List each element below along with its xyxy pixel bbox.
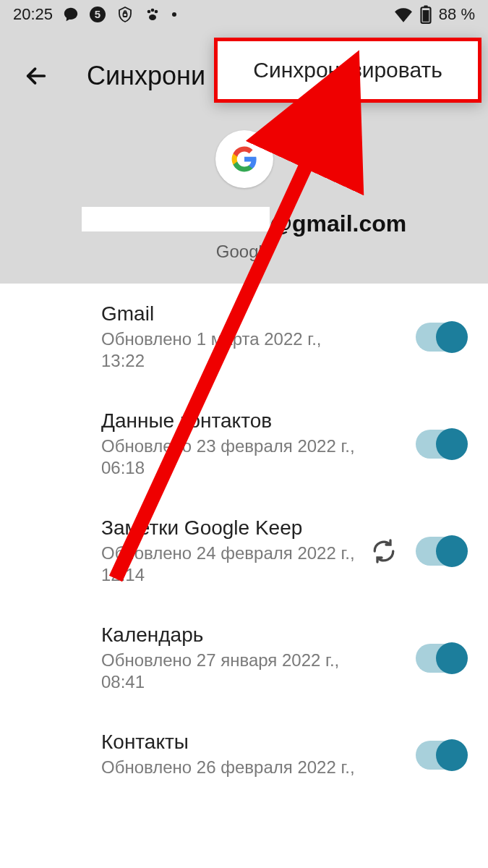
sync-item-title: Данные контактов xyxy=(101,409,361,433)
svg-rect-10 xyxy=(424,6,427,8)
svg-point-5 xyxy=(155,10,158,14)
five-icon: 5 xyxy=(89,6,106,23)
account-avatar[interactable] xyxy=(215,130,273,188)
sync-item-sub: Обновлено 24 февраля 2022 г., 12:14 xyxy=(101,542,361,586)
sync-item-contacts-data[interactable]: Данные контактов Обновлено 23 февраля 20… xyxy=(0,391,488,498)
email-redaction xyxy=(82,207,270,231)
sync-item-title: Контакты xyxy=(101,731,361,754)
overflow-menu-label: Синхронизировать xyxy=(253,58,442,82)
svg-point-7 xyxy=(172,12,176,17)
sync-toggle[interactable] xyxy=(416,741,466,770)
status-time: 20:25 xyxy=(13,5,53,24)
battery-text: 88 % xyxy=(439,5,475,24)
email-suffix: @gmail.com xyxy=(270,210,406,237)
paw-icon xyxy=(144,6,161,23)
sync-item-gmail[interactable]: Gmail Обновлено 1 марта 2022 г., 13:22 xyxy=(0,284,488,391)
account-provider: Google xyxy=(216,242,272,262)
overflow-menu-item-sync[interactable]: Синхронизировать xyxy=(214,38,481,103)
sync-item-title: Gmail xyxy=(101,302,361,326)
sync-toggle[interactable] xyxy=(416,323,466,352)
sync-item-sub: Обновлено 27 января 2022 г., 08:41 xyxy=(101,650,361,693)
status-bar: 20:25 5 88 % xyxy=(0,0,488,29)
sync-item-title: Календарь xyxy=(101,624,361,647)
wifi-icon xyxy=(394,7,413,22)
sync-item-keep[interactable]: Заметки Google Keep Обновлено 24 февраля… xyxy=(0,498,488,605)
sync-item-sub: Обновлено 26 февраля 2022 г., xyxy=(101,757,361,778)
sync-in-progress-icon xyxy=(371,538,397,564)
back-arrow-icon xyxy=(24,64,48,88)
svg-point-3 xyxy=(147,10,151,14)
sync-item-sub: Обновлено 23 февраля 2022 г., 06:18 xyxy=(101,435,361,479)
svg-rect-9 xyxy=(423,10,429,22)
sync-toggle[interactable] xyxy=(416,537,466,566)
lock-shield-icon xyxy=(116,6,134,23)
sync-toggle[interactable] xyxy=(416,430,466,459)
dot-icon xyxy=(171,12,177,17)
svg-rect-2 xyxy=(124,13,127,17)
svg-point-6 xyxy=(149,14,156,20)
account-email: @gmail.com xyxy=(82,207,406,237)
sync-item-contacts[interactable]: Контакты Обновлено 26 февраля 2022 г., xyxy=(0,712,488,799)
sync-toggle[interactable] xyxy=(416,644,466,673)
google-logo-icon xyxy=(231,145,258,173)
sync-item-title: Заметки Google Keep xyxy=(101,516,361,540)
page-title: Синхрони xyxy=(87,61,205,91)
sync-item-calendar[interactable]: Календарь Обновлено 27 января 2022 г., 0… xyxy=(0,605,488,712)
sync-list: Gmail Обновлено 1 марта 2022 г., 13:22 Д… xyxy=(0,284,488,799)
sync-item-sub: Обновлено 1 марта 2022 г., 13:22 xyxy=(101,328,361,372)
chat-icon xyxy=(63,7,79,22)
battery-icon xyxy=(420,5,432,24)
svg-point-4 xyxy=(151,9,155,12)
svg-text:5: 5 xyxy=(95,8,100,20)
back-button[interactable] xyxy=(22,61,51,90)
